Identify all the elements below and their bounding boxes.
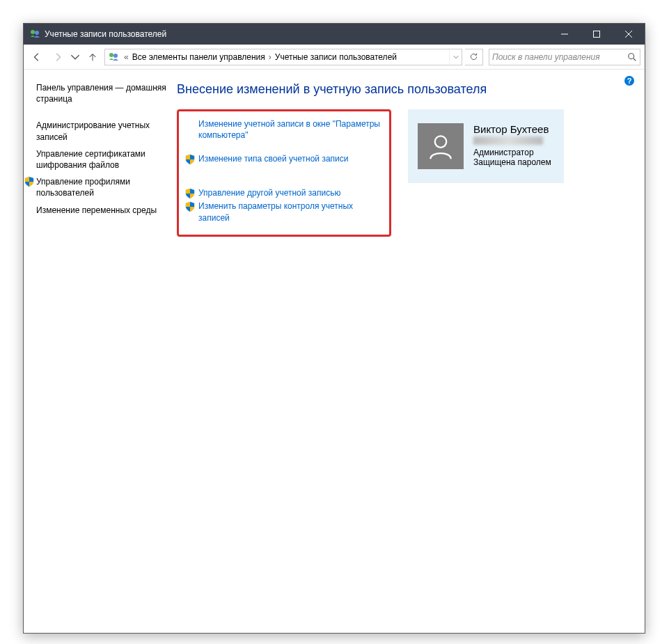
sidebar-admin-label: Администрирование учетных записей <box>36 120 168 142</box>
sidebar-certs-label: Управление сертификатами шифрования файл… <box>36 148 168 171</box>
shield-icon <box>184 188 196 199</box>
avatar <box>418 123 464 169</box>
sidebar-env-label: Изменение переменных среды <box>36 205 157 216</box>
user-email-blurred <box>473 136 543 145</box>
close-button[interactable] <box>613 24 645 45</box>
search-icon <box>627 52 637 62</box>
main-panel: Внесение изменений в учетную запись поль… <box>177 79 632 623</box>
shield-icon <box>24 176 35 187</box>
up-button[interactable] <box>84 48 102 66</box>
search-box[interactable] <box>489 49 640 65</box>
link-change-type-label: Изменение типа своей учетной записи <box>198 153 348 164</box>
breadcrumb-item-1[interactable]: Все элементы панели управления <box>131 49 267 65</box>
svg-point-6 <box>629 53 634 58</box>
window: Учетные записи пользователей <box>23 23 645 634</box>
refresh-button[interactable] <box>465 49 483 65</box>
address-dropdown[interactable] <box>449 49 462 65</box>
shield-icon <box>184 154 196 165</box>
shield-icon <box>184 201 196 212</box>
breadcrumb-prefix: « <box>122 52 131 62</box>
app-icon <box>29 29 40 40</box>
link-manage-other-label: Управление другой учетной записью <box>198 187 340 198</box>
user-role: Администратор <box>473 148 551 157</box>
sidebar-home-label: Панель управления — домашняя страница <box>36 82 168 104</box>
address-bar[interactable]: « Все элементы панели управления › Учетн… <box>104 49 462 65</box>
breadcrumb-item-2[interactable]: Учетные записи пользователей <box>274 49 398 65</box>
maximize-button[interactable] <box>581 24 613 45</box>
link-uac-settings-label: Изменить параметры контроля учетных запи… <box>198 201 384 223</box>
svg-rect-3 <box>594 31 600 38</box>
recent-dropdown[interactable] <box>70 48 81 66</box>
sidebar-profiles[interactable]: Управление профилями пользователей <box>24 173 168 201</box>
user-card: Виктор Бухтеев Администратор Защищена па… <box>408 109 564 183</box>
window-title: Учетные записи пользователей <box>45 29 549 39</box>
user-meta: Виктор Бухтеев Администратор Защищена па… <box>473 123 551 169</box>
content-area: ? Панель управления — домашняя страница … <box>24 70 645 633</box>
sidebar-home[interactable]: Панель управления — домашняя страница <box>36 79 168 107</box>
sidebar: Панель управления — домашняя страница Ад… <box>36 79 177 623</box>
navbar: « Все элементы панели управления › Учетн… <box>24 45 645 70</box>
svg-text:?: ? <box>627 77 632 85</box>
action-links-box: Изменение учетной записи в окне "Парамет… <box>177 109 391 237</box>
minimize-button[interactable] <box>549 24 581 45</box>
sidebar-certificates[interactable]: Управление сертификатами шифрования файл… <box>36 146 168 173</box>
sidebar-profiles-label: Управление профилями пользователей <box>36 176 168 198</box>
page-heading: Внесение изменений в учетную запись поль… <box>177 82 632 97</box>
svg-line-7 <box>633 58 636 61</box>
link-change-in-settings-label: Изменение учетной записи в окне "Парамет… <box>198 118 384 141</box>
link-manage-other[interactable]: Управление другой учетной записью <box>184 187 384 199</box>
help-icon[interactable]: ? <box>624 75 635 86</box>
forward-button[interactable] <box>49 48 67 66</box>
user-protection: Защищена паролем <box>473 157 551 167</box>
svg-point-10 <box>435 136 447 148</box>
link-change-type[interactable]: Изменение типа своей учетной записи <box>184 153 384 165</box>
titlebar: Учетные записи пользователей <box>24 24 645 45</box>
sidebar-env-vars[interactable]: Изменение переменных среды <box>36 202 168 219</box>
address-icon <box>108 52 119 63</box>
user-name: Виктор Бухтеев <box>473 123 551 135</box>
user-icon <box>425 131 456 162</box>
window-controls <box>549 24 645 45</box>
link-change-in-settings[interactable]: Изменение учетной записи в окне "Парамет… <box>184 118 384 141</box>
link-uac-settings[interactable]: Изменить параметры контроля учетных запи… <box>184 201 384 223</box>
sidebar-admin-accounts[interactable]: Администрирование учетных записей <box>36 117 168 145</box>
chevron-right-icon: › <box>267 52 274 62</box>
search-input[interactable] <box>492 52 627 62</box>
back-button[interactable] <box>28 48 46 66</box>
